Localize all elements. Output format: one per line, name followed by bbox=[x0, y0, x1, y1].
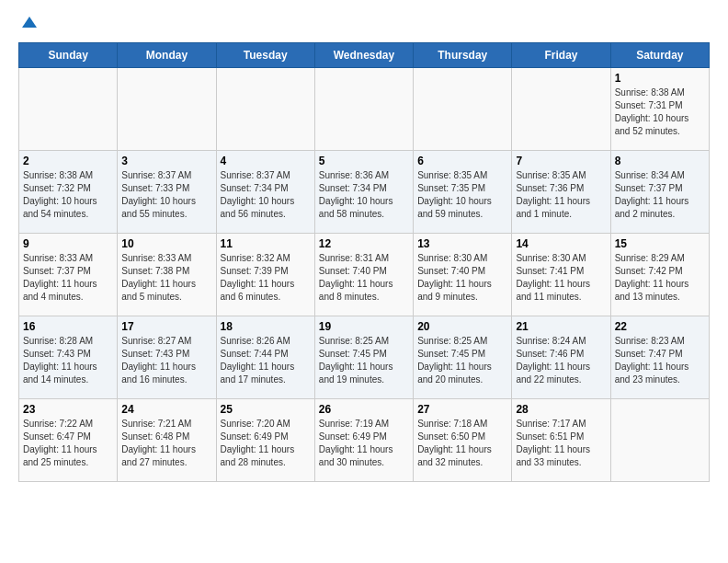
calendar-cell: 1Sunrise: 8:38 AM Sunset: 7:31 PM Daylig… bbox=[610, 68, 709, 151]
day-number: 15 bbox=[615, 237, 705, 250]
day-number: 27 bbox=[417, 403, 507, 416]
day-info: Sunrise: 7:20 AM Sunset: 6:49 PM Dayligh… bbox=[221, 418, 311, 469]
day-info: Sunrise: 8:37 AM Sunset: 7:34 PM Dayligh… bbox=[221, 169, 311, 221]
day-info: Sunrise: 8:30 AM Sunset: 7:40 PM Dayligh… bbox=[417, 252, 507, 304]
calendar-cell bbox=[512, 68, 610, 151]
calendar-cell: 25Sunrise: 7:20 AM Sunset: 6:49 PM Dayli… bbox=[216, 399, 314, 482]
day-info: Sunrise: 8:29 AM Sunset: 7:42 PM Dayligh… bbox=[615, 252, 705, 304]
weekday-header-wednesday: Wednesday bbox=[314, 43, 413, 68]
svg-marker-0 bbox=[22, 17, 37, 28]
calendar-cell: 14Sunrise: 8:30 AM Sunset: 7:41 PM Dayli… bbox=[512, 234, 610, 316]
calendar-cell bbox=[314, 68, 413, 151]
day-info: Sunrise: 8:25 AM Sunset: 7:45 PM Dayligh… bbox=[417, 335, 507, 386]
calendar-cell bbox=[216, 68, 314, 151]
day-number: 20 bbox=[417, 320, 507, 333]
day-number: 7 bbox=[516, 155, 606, 167]
calendar-cell: 26Sunrise: 7:19 AM Sunset: 6:49 PM Dayli… bbox=[314, 399, 413, 482]
calendar-cell: 27Sunrise: 7:18 AM Sunset: 6:50 PM Dayli… bbox=[414, 399, 512, 482]
day-info: Sunrise: 8:35 AM Sunset: 7:36 PM Dayligh… bbox=[516, 169, 606, 221]
calendar-cell bbox=[118, 68, 216, 151]
calendar-cell: 13Sunrise: 8:30 AM Sunset: 7:40 PM Dayli… bbox=[414, 234, 512, 316]
calendar-cell: 28Sunrise: 7:17 AM Sunset: 6:51 PM Dayli… bbox=[512, 399, 610, 482]
calendar-cell: 21Sunrise: 8:24 AM Sunset: 7:46 PM Dayli… bbox=[512, 316, 610, 399]
calendar-cell: 18Sunrise: 8:26 AM Sunset: 7:44 PM Dayli… bbox=[216, 316, 314, 399]
day-info: Sunrise: 8:28 AM Sunset: 7:43 PM Dayligh… bbox=[23, 335, 113, 386]
calendar-cell: 7Sunrise: 8:35 AM Sunset: 7:36 PM Daylig… bbox=[512, 151, 610, 234]
day-number: 14 bbox=[516, 237, 606, 250]
calendar-cell: 15Sunrise: 8:29 AM Sunset: 7:42 PM Dayli… bbox=[610, 234, 709, 316]
calendar-cell: 17Sunrise: 8:27 AM Sunset: 7:43 PM Dayli… bbox=[118, 316, 216, 399]
day-number: 8 bbox=[615, 155, 705, 167]
weekday-header-saturday: Saturday bbox=[610, 43, 709, 68]
calendar-cell: 8Sunrise: 8:34 AM Sunset: 7:37 PM Daylig… bbox=[610, 151, 709, 234]
day-number: 12 bbox=[319, 237, 409, 250]
calendar-cell bbox=[610, 399, 709, 482]
day-info: Sunrise: 8:25 AM Sunset: 7:45 PM Dayligh… bbox=[319, 335, 409, 386]
calendar-cell: 10Sunrise: 8:33 AM Sunset: 7:38 PM Dayli… bbox=[118, 234, 216, 316]
calendar-week-row: 9Sunrise: 8:33 AM Sunset: 7:37 PM Daylig… bbox=[19, 234, 710, 316]
day-number: 9 bbox=[23, 237, 113, 250]
logo-icon bbox=[20, 15, 39, 33]
day-number: 22 bbox=[615, 320, 705, 333]
day-number: 18 bbox=[221, 320, 311, 333]
day-info: Sunrise: 8:35 AM Sunset: 7:35 PM Dayligh… bbox=[417, 169, 507, 221]
day-info: Sunrise: 8:33 AM Sunset: 7:38 PM Dayligh… bbox=[121, 252, 211, 304]
day-info: Sunrise: 7:17 AM Sunset: 6:51 PM Dayligh… bbox=[516, 418, 606, 469]
calendar-cell bbox=[19, 68, 118, 151]
calendar-week-row: 1Sunrise: 8:38 AM Sunset: 7:31 PM Daylig… bbox=[19, 68, 710, 151]
weekday-header-monday: Monday bbox=[118, 43, 216, 68]
page-header bbox=[18, 18, 710, 33]
calendar-week-row: 2Sunrise: 8:38 AM Sunset: 7:32 PM Daylig… bbox=[19, 151, 710, 234]
day-info: Sunrise: 7:19 AM Sunset: 6:49 PM Dayligh… bbox=[319, 418, 409, 469]
day-number: 11 bbox=[221, 237, 311, 250]
day-info: Sunrise: 8:30 AM Sunset: 7:41 PM Dayligh… bbox=[516, 252, 606, 304]
day-info: Sunrise: 8:23 AM Sunset: 7:47 PM Dayligh… bbox=[615, 335, 705, 386]
day-number: 19 bbox=[319, 320, 409, 333]
day-info: Sunrise: 8:24 AM Sunset: 7:46 PM Dayligh… bbox=[516, 335, 606, 386]
calendar-cell: 9Sunrise: 8:33 AM Sunset: 7:37 PM Daylig… bbox=[19, 234, 118, 316]
day-number: 28 bbox=[516, 403, 606, 416]
day-number: 13 bbox=[417, 237, 507, 250]
day-number: 3 bbox=[121, 155, 211, 167]
day-info: Sunrise: 8:38 AM Sunset: 7:32 PM Dayligh… bbox=[23, 169, 113, 221]
day-number: 1 bbox=[615, 72, 705, 85]
day-number: 2 bbox=[23, 155, 113, 167]
calendar-cell: 6Sunrise: 8:35 AM Sunset: 7:35 PM Daylig… bbox=[414, 151, 512, 234]
calendar-table: SundayMondayTuesdayWednesdayThursdayFrid… bbox=[18, 42, 710, 482]
day-number: 6 bbox=[417, 155, 507, 167]
calendar-cell: 12Sunrise: 8:31 AM Sunset: 7:40 PM Dayli… bbox=[314, 234, 413, 316]
day-number: 17 bbox=[121, 320, 211, 333]
calendar-cell: 23Sunrise: 7:22 AM Sunset: 6:47 PM Dayli… bbox=[19, 399, 118, 482]
calendar-week-row: 16Sunrise: 8:28 AM Sunset: 7:43 PM Dayli… bbox=[19, 316, 710, 399]
calendar-cell: 20Sunrise: 8:25 AM Sunset: 7:45 PM Dayli… bbox=[414, 316, 512, 399]
calendar-cell: 4Sunrise: 8:37 AM Sunset: 7:34 PM Daylig… bbox=[216, 151, 314, 234]
day-number: 4 bbox=[221, 155, 311, 167]
day-number: 25 bbox=[221, 403, 311, 416]
day-info: Sunrise: 7:21 AM Sunset: 6:48 PM Dayligh… bbox=[121, 418, 211, 469]
day-info: Sunrise: 8:31 AM Sunset: 7:40 PM Dayligh… bbox=[319, 252, 409, 304]
day-info: Sunrise: 7:18 AM Sunset: 6:50 PM Dayligh… bbox=[417, 418, 507, 469]
calendar-cell: 24Sunrise: 7:21 AM Sunset: 6:48 PM Dayli… bbox=[118, 399, 216, 482]
calendar-cell: 19Sunrise: 8:25 AM Sunset: 7:45 PM Dayli… bbox=[314, 316, 413, 399]
calendar-cell: 5Sunrise: 8:36 AM Sunset: 7:34 PM Daylig… bbox=[314, 151, 413, 234]
calendar-cell: 2Sunrise: 8:38 AM Sunset: 7:32 PM Daylig… bbox=[19, 151, 118, 234]
day-info: Sunrise: 8:34 AM Sunset: 7:37 PM Dayligh… bbox=[615, 169, 705, 221]
day-info: Sunrise: 8:27 AM Sunset: 7:43 PM Dayligh… bbox=[121, 335, 211, 386]
day-number: 10 bbox=[121, 237, 211, 250]
calendar-cell: 16Sunrise: 8:28 AM Sunset: 7:43 PM Dayli… bbox=[19, 316, 118, 399]
day-info: Sunrise: 7:22 AM Sunset: 6:47 PM Dayligh… bbox=[23, 418, 113, 469]
calendar-cell bbox=[414, 68, 512, 151]
day-number: 21 bbox=[516, 320, 606, 333]
day-info: Sunrise: 8:33 AM Sunset: 7:37 PM Dayligh… bbox=[23, 252, 113, 304]
day-number: 16 bbox=[23, 320, 113, 333]
calendar-cell: 3Sunrise: 8:37 AM Sunset: 7:33 PM Daylig… bbox=[118, 151, 216, 234]
calendar-cell: 11Sunrise: 8:32 AM Sunset: 7:39 PM Dayli… bbox=[216, 234, 314, 316]
day-number: 5 bbox=[319, 155, 409, 167]
weekday-header-row: SundayMondayTuesdayWednesdayThursdayFrid… bbox=[19, 43, 710, 68]
logo bbox=[18, 18, 39, 33]
calendar-week-row: 23Sunrise: 7:22 AM Sunset: 6:47 PM Dayli… bbox=[19, 399, 710, 482]
weekday-header-sunday: Sunday bbox=[19, 43, 118, 68]
day-info: Sunrise: 8:32 AM Sunset: 7:39 PM Dayligh… bbox=[221, 252, 311, 304]
day-info: Sunrise: 8:38 AM Sunset: 7:31 PM Dayligh… bbox=[615, 86, 705, 138]
weekday-header-tuesday: Tuesday bbox=[216, 43, 314, 68]
